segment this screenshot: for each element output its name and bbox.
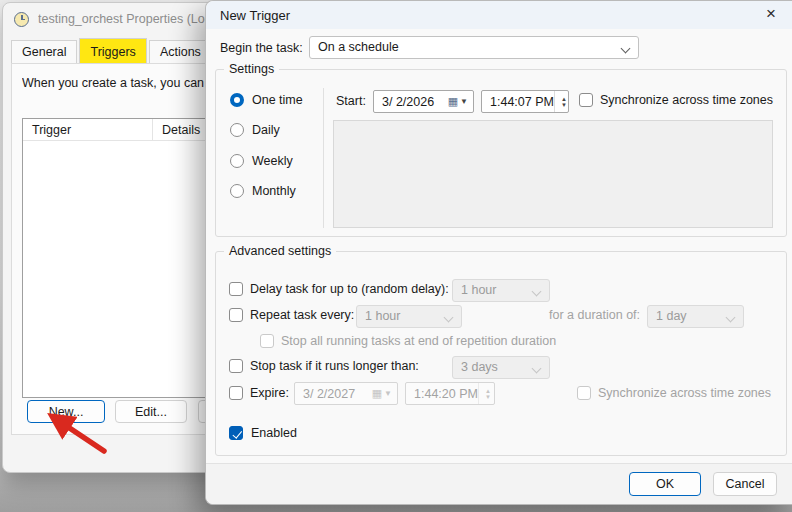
start-date-picker[interactable]: 3/ 2/2026 ▦ ▼ [373,90,474,113]
new-trigger-dialog: New Trigger × Begin the task: On a sched… [205,0,792,505]
expire-time-spinner: 1:44:20 PM ▲▼ [405,382,495,405]
delay-checkbox[interactable] [229,282,243,296]
stop-task-value: 3 days [461,360,498,374]
calendar-icon: ▦ [372,388,382,399]
tab-actions[interactable]: Actions [149,40,212,64]
delay-dropdown: 1 hour [452,279,550,302]
settings-group: Settings One time Daily Weekly Monthly S… [215,69,787,237]
expire-time-value: 1:44:20 PM [414,387,478,401]
radio-one-time[interactable] [230,93,244,107]
tab-triggers[interactable]: Triggers [79,38,146,64]
duration-dropdown: 1 day [647,305,744,328]
delay-label: Delay task for up to (random delay): [250,282,449,296]
radio-monthly-label: Monthly [252,184,296,198]
properties-window-title: testing_orchest Properties (Local [38,12,221,26]
ok-button[interactable]: OK [629,472,701,496]
expire-sync-timezones-checkbox [577,386,591,400]
chevron-down-icon [532,364,542,374]
expire-checkbox[interactable] [229,386,243,400]
stop-task-label: Stop task if it runs longer than: [250,359,419,373]
enabled-label: Enabled [251,426,297,440]
radio-monthly[interactable] [230,184,244,198]
spinner-up-down-icon[interactable]: ▲▼ [554,91,567,112]
dialog-title: New Trigger [220,8,290,23]
column-header-trigger[interactable]: Trigger [23,119,153,140]
stop-task-dropdown: 3 days [452,356,550,379]
begin-task-value: On a schedule [318,40,399,54]
repeat-checkbox[interactable] [229,308,243,322]
chevron-down-icon [726,313,736,323]
cancel-button[interactable]: Cancel [713,472,777,496]
radio-one-time-label: One time [252,93,303,107]
start-time-spinner[interactable]: 1:44:07 PM ▲▼ [481,90,569,113]
annotation-arrow [38,408,120,460]
begin-task-label: Begin the task: [220,41,303,55]
one-time-options-panel [333,120,773,228]
start-label: Start: [336,94,366,108]
duration-label: for a duration of: [549,308,640,322]
calendar-icon: ▦ [448,96,458,107]
dialog-titlebar[interactable]: New Trigger × [206,1,792,29]
chevron-down-icon [532,287,542,297]
expire-sync-timezones-label: Synchronize across time zones [598,386,771,400]
advanced-settings-group: Advanced settings Delay task for up to (… [215,251,787,456]
caret-down-icon: ▼ [384,389,392,398]
advanced-settings-group-label: Advanced settings [224,244,336,258]
sync-timezones-checkbox[interactable] [579,93,593,107]
start-time-value: 1:44:07 PM [490,95,554,109]
expire-date-value: 3/ 2/2027 [303,387,355,401]
spinner-up-down-icon: ▲▼ [478,383,491,404]
radio-weekly-label: Weekly [252,154,293,168]
expire-date-picker: 3/ 2/2027 ▦ ▼ [294,382,398,405]
delay-value: 1 hour [461,283,496,297]
close-icon[interactable]: × [766,4,776,24]
sync-timezones-label: Synchronize across time zones [600,93,773,107]
task-scheduler-clock-icon [14,12,29,27]
radio-daily-label: Daily [252,123,280,137]
settings-separator [323,88,324,228]
dialog-footer: OK Cancel [206,463,792,504]
begin-task-dropdown[interactable]: On a schedule [309,36,639,59]
radio-daily[interactable] [230,123,244,137]
enabled-checkbox[interactable] [229,426,243,440]
caret-down-icon: ▼ [460,97,468,106]
radio-weekly[interactable] [230,154,244,168]
chevron-down-icon [444,313,454,323]
expire-label: Expire: [250,386,289,400]
repeat-label: Repeat task every: [250,308,354,322]
stop-all-tasks-label: Stop all running tasks at end of repetit… [281,334,556,348]
desktop: testing_orchest Properties (Local Genera… [0,0,792,512]
settings-group-label: Settings [224,62,279,76]
chevron-down-icon [621,44,631,54]
stop-all-tasks-checkbox [260,334,274,348]
edit-trigger-button[interactable]: Edit... [115,400,187,423]
repeat-interval-value: 1 hour [365,309,400,323]
stop-task-checkbox[interactable] [229,359,243,373]
start-date-value: 3/ 2/2026 [382,95,434,109]
duration-value: 1 day [656,309,687,323]
tab-general[interactable]: General [11,40,77,64]
repeat-interval-dropdown: 1 hour [356,305,462,328]
